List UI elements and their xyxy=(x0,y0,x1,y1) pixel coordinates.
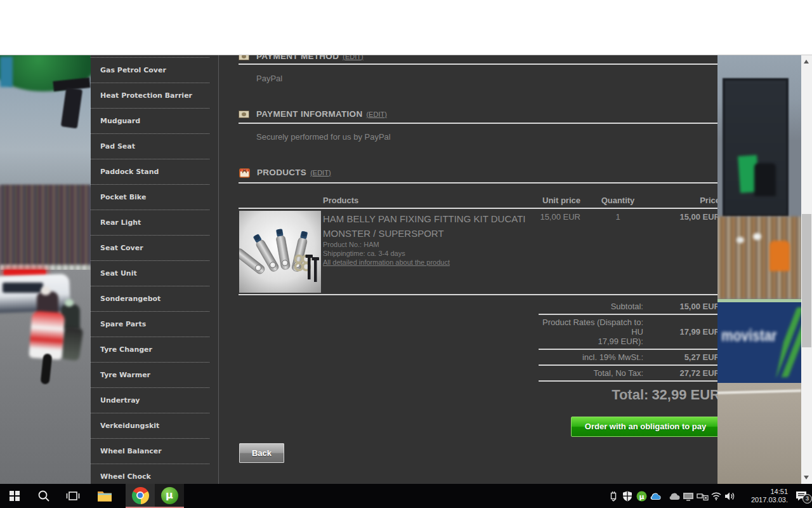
usb-icon xyxy=(608,491,619,502)
payment-method-header: PAYMENT METHOD (EDIT) xyxy=(239,55,363,61)
subtotal-value: 15,00 EUR xyxy=(643,302,717,311)
chrome-taskbar-button[interactable] xyxy=(126,484,155,508)
orange-vest-photo xyxy=(769,241,790,271)
helmet-photo xyxy=(737,237,744,243)
sidebar-item-verkeidungskit[interactable]: Verkeidungskit xyxy=(91,413,209,438)
crowd-photo xyxy=(0,185,91,269)
utorrent-taskbar-button[interactable]: µ xyxy=(155,484,184,508)
safety-car-windshield-photo xyxy=(3,283,43,293)
sidebar-item-wheel-chock[interactable]: Wheel Chock xyxy=(91,464,209,484)
windows-start-icon xyxy=(10,491,20,501)
clock-time: 14:51 xyxy=(741,488,788,496)
track-wall-photo: movistar xyxy=(717,299,801,383)
payment-information-edit-link[interactable]: (EDIT) xyxy=(366,110,386,118)
file-explorer-button[interactable] xyxy=(90,484,119,508)
sidebar-item-pocket-bike[interactable]: Pocket Bike xyxy=(91,184,209,210)
desktop-screen: movistar Gas Petrol Cover Heat Protectio… xyxy=(0,0,812,508)
onedrive-tray-button[interactable] xyxy=(648,484,662,508)
sidebar-item-sonderangebot[interactable]: Sonderangebot xyxy=(91,286,209,311)
windows-taskbar: µ µ xyxy=(0,484,812,508)
sidebar-item-tyre-changer[interactable]: Tyre Changer xyxy=(91,337,209,362)
display-tray-button[interactable] xyxy=(681,484,695,508)
tax-value: 5,27 EUR xyxy=(643,352,717,362)
wifi-tray-button[interactable] xyxy=(709,484,723,508)
shipping-value: 17,99 EUR xyxy=(643,327,717,337)
sidebar-item-tyre-warmer[interactable]: Tyre Warmer xyxy=(91,362,209,387)
notification-badge: 3 xyxy=(802,494,812,504)
sidebar-item-seat-cover[interactable]: Seat Cover xyxy=(91,235,209,260)
helmet1-photo xyxy=(41,286,51,295)
checkout-main: PAYMENT METHOD (EDIT) PayPal PAYMENT INF… xyxy=(218,55,717,484)
back-button[interactable]: Back xyxy=(239,443,284,463)
payment-method-edit-link[interactable]: (EDIT) xyxy=(343,55,363,60)
sidebar-item-gas-petrol-cover[interactable]: Gas Petrol Cover xyxy=(91,57,209,83)
volume-tray-button[interactable] xyxy=(723,484,737,508)
sidebar-item-mudguard[interactable]: Mudguard xyxy=(91,108,209,133)
total-no-tax-row: Total, No Tax: 27,72 EUR xyxy=(539,366,717,382)
utorrent-tray-button[interactable]: µ xyxy=(634,484,648,508)
sidebar-item-rear-light[interactable]: Rear Light xyxy=(91,210,209,235)
products-header: PRODUCTS (EDIT) xyxy=(239,166,331,178)
action-center-button[interactable]: 3 xyxy=(790,484,812,508)
utorrent-icon: µ xyxy=(161,487,178,504)
shipping-label: Product Rates (Dispatch to: HU 17,99 EUR… xyxy=(539,318,643,346)
sidebar-item-paddock-stand[interactable]: Paddock Stand xyxy=(91,159,209,184)
product-image[interactable] xyxy=(239,211,321,293)
money-icon xyxy=(239,110,249,118)
product-details-link[interactable]: All detailed information about the produ… xyxy=(323,258,450,267)
sidebar-item-pad-seat[interactable]: Pad Seat xyxy=(91,133,209,159)
task-view-icon xyxy=(66,489,80,503)
products-edit-link[interactable]: (EDIT) xyxy=(310,169,331,177)
grand-total-label: Total: xyxy=(612,387,648,403)
sidebar-item-undertray[interactable]: Undertray xyxy=(91,387,209,413)
desktop-background-right: movistar xyxy=(717,55,801,484)
sidebar-item-spare-parts[interactable]: Spare Parts xyxy=(91,311,209,337)
teal-banner-photo xyxy=(0,57,13,87)
shipping-row: Product Rates (Dispatch to: HU 17,99 EUR… xyxy=(539,315,717,350)
order-button[interactable]: Order with an obligation to pay xyxy=(571,417,717,437)
volume-icon xyxy=(724,491,736,501)
sidebar-item-heat-protection-barrier[interactable]: Heat Protection Barrier xyxy=(91,83,209,108)
sidebar-item-wheel-balancer[interactable]: Wheel Balancer xyxy=(91,438,209,464)
product-shipping-time: Shippingtime: ca. 3-4 days xyxy=(323,249,405,258)
browser-header-area xyxy=(0,0,812,55)
utorrent-tray-icon: µ xyxy=(636,491,647,502)
usb-tray-button[interactable] xyxy=(606,484,620,508)
scroll-up-arrow-icon[interactable] xyxy=(804,60,809,64)
file-explorer-icon xyxy=(96,489,113,503)
safety-car-photo xyxy=(0,274,70,313)
onedrive-blue-cloud-icon xyxy=(650,491,661,500)
network-tray-button[interactable] xyxy=(695,484,709,508)
cloud-tray-button[interactable] xyxy=(667,484,681,508)
helmet2-photo xyxy=(65,299,74,307)
checkout-page: Gas Petrol Cover Heat Protection Barrier… xyxy=(91,55,717,484)
sidebar-item-seat-unit[interactable]: Seat Unit xyxy=(91,260,209,286)
payment-method-value: PayPal xyxy=(256,74,282,83)
search-icon xyxy=(37,489,51,503)
money-icon xyxy=(239,55,249,60)
svg-text:µ: µ xyxy=(639,492,644,500)
motorbike1-photo xyxy=(29,311,65,359)
task-view-button[interactable] xyxy=(58,484,88,508)
tax-row: incl. 19% MwSt.: 5,27 EUR xyxy=(539,350,717,366)
shopping-bag-icon xyxy=(239,166,251,178)
taskbar-clock[interactable]: 14:51 2017.03.03. xyxy=(741,488,790,504)
defender-tray-button[interactable] xyxy=(620,484,634,508)
gray-cloud-icon xyxy=(669,491,680,500)
category-sidebar: Gas Petrol Cover Heat Protection Barrier… xyxy=(91,55,209,484)
subtotal-row: Subtotal: 15,00 EUR xyxy=(539,299,717,315)
order-totals: Subtotal: 15,00 EUR Product Rates (Dispa… xyxy=(539,299,717,403)
browser-scrollbar[interactable] xyxy=(801,55,812,484)
grand-total-row: Total: 32,99 EUR xyxy=(539,382,717,403)
scroll-down-arrow-icon[interactable] xyxy=(804,476,809,479)
wifi-icon xyxy=(710,491,722,500)
products-title: PRODUCTS xyxy=(257,168,306,177)
col-header-unit-price: Unit price xyxy=(491,196,580,205)
taskbar-search-button[interactable] xyxy=(29,484,58,508)
shipping-label-line2: 17,99 EUR): xyxy=(539,337,643,346)
grand-total-value: 32,99 EUR xyxy=(652,387,717,403)
scrollbar-thumb[interactable] xyxy=(802,214,811,347)
monitor-icon xyxy=(683,491,694,501)
product-number: Product No.: HAM xyxy=(323,240,379,249)
start-button[interactable] xyxy=(0,484,29,508)
